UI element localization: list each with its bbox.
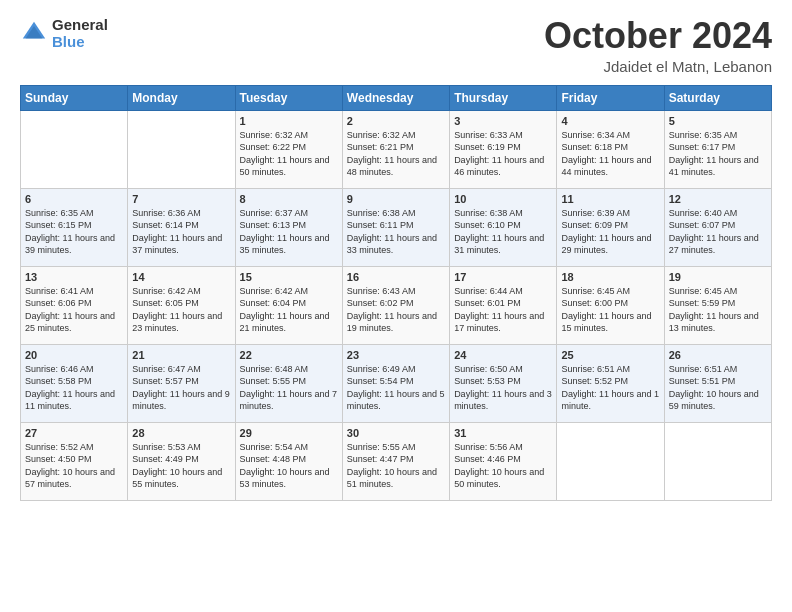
- calendar-cell: 29Sunrise: 5:54 AM Sunset: 4:48 PM Dayli…: [235, 422, 342, 500]
- calendar-cell: 17Sunrise: 6:44 AM Sunset: 6:01 PM Dayli…: [450, 266, 557, 344]
- day-info: Sunrise: 5:55 AM Sunset: 4:47 PM Dayligh…: [347, 441, 445, 491]
- day-info: Sunrise: 5:53 AM Sunset: 4:49 PM Dayligh…: [132, 441, 230, 491]
- day-info: Sunrise: 6:46 AM Sunset: 5:58 PM Dayligh…: [25, 363, 123, 413]
- day-number: 7: [132, 193, 230, 205]
- day-info: Sunrise: 6:43 AM Sunset: 6:02 PM Dayligh…: [347, 285, 445, 335]
- day-info: Sunrise: 6:42 AM Sunset: 6:04 PM Dayligh…: [240, 285, 338, 335]
- calendar-cell: 8Sunrise: 6:37 AM Sunset: 6:13 PM Daylig…: [235, 188, 342, 266]
- calendar-cell: 23Sunrise: 6:49 AM Sunset: 5:54 PM Dayli…: [342, 344, 449, 422]
- day-info: Sunrise: 6:50 AM Sunset: 5:53 PM Dayligh…: [454, 363, 552, 413]
- day-number: 4: [561, 115, 659, 127]
- day-number: 17: [454, 271, 552, 283]
- calendar-cell: [21, 110, 128, 188]
- day-number: 23: [347, 349, 445, 361]
- day-number: 3: [454, 115, 552, 127]
- calendar-cell: 16Sunrise: 6:43 AM Sunset: 6:02 PM Dayli…: [342, 266, 449, 344]
- calendar-cell: 9Sunrise: 6:38 AM Sunset: 6:11 PM Daylig…: [342, 188, 449, 266]
- calendar-week-row: 13Sunrise: 6:41 AM Sunset: 6:06 PM Dayli…: [21, 266, 772, 344]
- day-info: Sunrise: 6:35 AM Sunset: 6:17 PM Dayligh…: [669, 129, 767, 179]
- day-info: Sunrise: 6:40 AM Sunset: 6:07 PM Dayligh…: [669, 207, 767, 257]
- calendar-cell: 1Sunrise: 6:32 AM Sunset: 6:22 PM Daylig…: [235, 110, 342, 188]
- day-header-monday: Monday: [128, 85, 235, 110]
- day-number: 11: [561, 193, 659, 205]
- calendar-cell: 31Sunrise: 5:56 AM Sunset: 4:46 PM Dayli…: [450, 422, 557, 500]
- day-info: Sunrise: 6:36 AM Sunset: 6:14 PM Dayligh…: [132, 207, 230, 257]
- calendar-cell: 14Sunrise: 6:42 AM Sunset: 6:05 PM Dayli…: [128, 266, 235, 344]
- day-info: Sunrise: 6:38 AM Sunset: 6:10 PM Dayligh…: [454, 207, 552, 257]
- calendar-cell: 18Sunrise: 6:45 AM Sunset: 6:00 PM Dayli…: [557, 266, 664, 344]
- day-info: Sunrise: 6:44 AM Sunset: 6:01 PM Dayligh…: [454, 285, 552, 335]
- day-number: 12: [669, 193, 767, 205]
- day-header-saturday: Saturday: [664, 85, 771, 110]
- day-info: Sunrise: 6:32 AM Sunset: 6:21 PM Dayligh…: [347, 129, 445, 179]
- day-number: 18: [561, 271, 659, 283]
- day-info: Sunrise: 6:39 AM Sunset: 6:09 PM Dayligh…: [561, 207, 659, 257]
- day-info: Sunrise: 6:45 AM Sunset: 6:00 PM Dayligh…: [561, 285, 659, 335]
- day-number: 14: [132, 271, 230, 283]
- day-number: 16: [347, 271, 445, 283]
- day-number: 6: [25, 193, 123, 205]
- logo-text: General Blue: [52, 16, 108, 50]
- day-info: Sunrise: 6:45 AM Sunset: 5:59 PM Dayligh…: [669, 285, 767, 335]
- calendar-cell: 6Sunrise: 6:35 AM Sunset: 6:15 PM Daylig…: [21, 188, 128, 266]
- calendar-cell: 26Sunrise: 6:51 AM Sunset: 5:51 PM Dayli…: [664, 344, 771, 422]
- calendar-cell: 12Sunrise: 6:40 AM Sunset: 6:07 PM Dayli…: [664, 188, 771, 266]
- calendar-week-row: 20Sunrise: 6:46 AM Sunset: 5:58 PM Dayli…: [21, 344, 772, 422]
- day-header-wednesday: Wednesday: [342, 85, 449, 110]
- calendar-cell: 13Sunrise: 6:41 AM Sunset: 6:06 PM Dayli…: [21, 266, 128, 344]
- day-info: Sunrise: 6:42 AM Sunset: 6:05 PM Dayligh…: [132, 285, 230, 335]
- calendar-cell: 11Sunrise: 6:39 AM Sunset: 6:09 PM Dayli…: [557, 188, 664, 266]
- calendar-cell: 4Sunrise: 6:34 AM Sunset: 6:18 PM Daylig…: [557, 110, 664, 188]
- day-info: Sunrise: 5:56 AM Sunset: 4:46 PM Dayligh…: [454, 441, 552, 491]
- day-number: 30: [347, 427, 445, 439]
- day-number: 31: [454, 427, 552, 439]
- day-number: 1: [240, 115, 338, 127]
- day-number: 8: [240, 193, 338, 205]
- day-number: 25: [561, 349, 659, 361]
- day-info: Sunrise: 6:35 AM Sunset: 6:15 PM Dayligh…: [25, 207, 123, 257]
- logo-icon: [20, 19, 48, 47]
- calendar-cell: 25Sunrise: 6:51 AM Sunset: 5:52 PM Dayli…: [557, 344, 664, 422]
- day-number: 28: [132, 427, 230, 439]
- day-number: 21: [132, 349, 230, 361]
- day-number: 9: [347, 193, 445, 205]
- calendar-week-row: 1Sunrise: 6:32 AM Sunset: 6:22 PM Daylig…: [21, 110, 772, 188]
- day-info: Sunrise: 6:48 AM Sunset: 5:55 PM Dayligh…: [240, 363, 338, 413]
- calendar-cell: 22Sunrise: 6:48 AM Sunset: 5:55 PM Dayli…: [235, 344, 342, 422]
- day-header-sunday: Sunday: [21, 85, 128, 110]
- calendar-cell: 28Sunrise: 5:53 AM Sunset: 4:49 PM Dayli…: [128, 422, 235, 500]
- day-header-friday: Friday: [557, 85, 664, 110]
- day-info: Sunrise: 6:38 AM Sunset: 6:11 PM Dayligh…: [347, 207, 445, 257]
- calendar-cell: [557, 422, 664, 500]
- day-number: 2: [347, 115, 445, 127]
- day-info: Sunrise: 6:34 AM Sunset: 6:18 PM Dayligh…: [561, 129, 659, 179]
- day-number: 13: [25, 271, 123, 283]
- calendar-week-row: 27Sunrise: 5:52 AM Sunset: 4:50 PM Dayli…: [21, 422, 772, 500]
- calendar-cell: 2Sunrise: 6:32 AM Sunset: 6:21 PM Daylig…: [342, 110, 449, 188]
- day-info: Sunrise: 6:51 AM Sunset: 5:52 PM Dayligh…: [561, 363, 659, 413]
- day-number: 26: [669, 349, 767, 361]
- day-number: 22: [240, 349, 338, 361]
- calendar-week-row: 6Sunrise: 6:35 AM Sunset: 6:15 PM Daylig…: [21, 188, 772, 266]
- day-header-thursday: Thursday: [450, 85, 557, 110]
- day-header-tuesday: Tuesday: [235, 85, 342, 110]
- calendar-cell: 24Sunrise: 6:50 AM Sunset: 5:53 PM Dayli…: [450, 344, 557, 422]
- day-number: 20: [25, 349, 123, 361]
- calendar-cell: [664, 422, 771, 500]
- day-info: Sunrise: 6:51 AM Sunset: 5:51 PM Dayligh…: [669, 363, 767, 413]
- calendar-cell: 15Sunrise: 6:42 AM Sunset: 6:04 PM Dayli…: [235, 266, 342, 344]
- calendar-table: SundayMondayTuesdayWednesdayThursdayFrid…: [20, 85, 772, 501]
- day-number: 15: [240, 271, 338, 283]
- calendar-cell: 7Sunrise: 6:36 AM Sunset: 6:14 PM Daylig…: [128, 188, 235, 266]
- day-number: 24: [454, 349, 552, 361]
- header: General Blue October 2024 Jdaidet el Mat…: [20, 16, 772, 75]
- day-number: 5: [669, 115, 767, 127]
- day-number: 10: [454, 193, 552, 205]
- month-title: October 2024: [544, 16, 772, 56]
- logo: General Blue: [20, 16, 108, 50]
- day-info: Sunrise: 6:32 AM Sunset: 6:22 PM Dayligh…: [240, 129, 338, 179]
- calendar-header-row: SundayMondayTuesdayWednesdayThursdayFrid…: [21, 85, 772, 110]
- day-info: Sunrise: 6:33 AM Sunset: 6:19 PM Dayligh…: [454, 129, 552, 179]
- day-info: Sunrise: 5:54 AM Sunset: 4:48 PM Dayligh…: [240, 441, 338, 491]
- calendar-cell: 19Sunrise: 6:45 AM Sunset: 5:59 PM Dayli…: [664, 266, 771, 344]
